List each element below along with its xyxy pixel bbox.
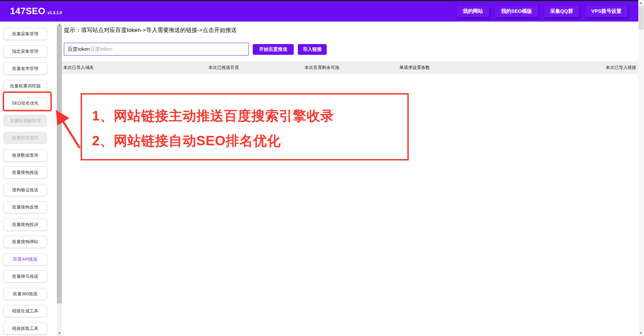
column-header-baidu-remaining: 本次百度剩余可推 [305,62,339,74]
column-header-pushed-baidu: 本次已推送百度 [208,62,239,74]
sidebar-item-sogou-verify-push[interactable]: 搜狗验证推送 [3,184,47,196]
sidebar-item-sogou-feedback[interactable]: 批量搜狗反馈 [3,201,47,213]
brand-version: v1.3.1.0 [47,10,62,15]
annotation-callout-box: 1、网站链接主动推送百度搜索引擎收录 2、网站链接自动SEO排名优化 [81,93,409,160]
sidebar-item-rank-monitor: 批量排名监控 [3,132,47,144]
column-header-per-request: 单请求设置条数 [399,62,430,74]
sidebar-item-batch-publish[interactable]: 批量发布管理 [3,63,47,75]
annotation-line-1: 1、网站链接主动推送百度搜索引擎收录 [92,103,407,128]
brand: 147SEO v1.3.1.0 [10,6,62,16]
nav-qq-group-button[interactable]: 采集QQ群 [544,5,579,17]
app-window: 147SEO v1.3.1.0 我的网站 我的SEO模版 采集QQ群 VPS拨号… [0,0,644,336]
sidebar-highlight-box [3,91,52,111]
nav-my-sites-button[interactable]: 我的网站 [457,5,489,17]
window-scrollbar[interactable] [638,0,644,336]
start-baidu-push-button[interactable]: 开始百度推送 [253,44,294,55]
brand-name: 147SEO [10,6,45,16]
sidebar-item-shenma-push[interactable]: 批量神马推送 [3,270,47,283]
sidebar-item-short-video: 批量短视频管理 [3,115,47,127]
sidebar-list: 批量采集管理 指定采集管理 批量发布管理 批量权重词挖掘 SEO排名优化 批量短… [3,28,47,335]
sidebar-scrollbar[interactable] [57,22,62,336]
nav-vps-dial-button[interactable]: VPS拨号设置 [585,5,628,17]
sidebar-item-weight-keywords[interactable]: 批量权重词挖掘 [3,80,47,92]
annotation-line-2: 2、网站链接自动SEO排名优化 [92,128,407,153]
top-nav: 我的网站 我的SEO模版 采集QQ群 VPS拨号设置 [457,5,628,17]
sidebar-item-360-push[interactable]: 批量360推送 [3,288,47,300]
table-header-row: 本次已导入域名 本次已推送百度 本次百度剩余可推 单请求设置条数 本次已导入链接 [62,62,638,74]
sidebar-item-assigned-collect[interactable]: 指定采集管理 [3,45,47,58]
column-header-imported-links: 本次已导入链接 [606,62,636,74]
column-header-imported-domains: 本次已导入域名 [63,62,94,74]
hint-text: 提示：填写站点对应百度token->导入需要推送的链接->点击开始推送 [64,26,237,34]
scroll-down-icon[interactable] [57,330,62,336]
baidu-token-input[interactable]: 百度token百度token [64,43,249,55]
nav-seo-template-button[interactable]: 我的SEO模版 [495,5,538,17]
main-content: 提示：填写站点对应百度token->导入需要推送的链接->点击开始推送 百度to… [62,22,638,336]
token-input-value: 百度token [68,46,90,52]
sidebar-item-sogou-bind-site[interactable]: 批量搜狗绑站 [3,236,47,248]
header-bar: 147SEO v1.3.1.0 我的网站 我的SEO模版 采集QQ群 VPS拨号… [0,0,638,22]
sidebar-item-link-grabber[interactable]: 链接抓取工具 [3,323,47,335]
sidebar-item-batch-collect[interactable]: 批量采集管理 [3,28,47,40]
sidebar-scrollbar-thumb[interactable] [57,26,62,303]
sidebar-item-baidu-api-push[interactable]: 百度API推送 [3,253,47,265]
sidebar-item-index-query[interactable]: 收录数据查询 [3,149,47,161]
sidebar-item-link-generator[interactable]: 链接生成工具 [3,305,47,317]
sidebar-item-sogou-complaint[interactable]: 批量搜狗投诉 [3,219,47,231]
scroll-down-icon[interactable] [638,330,643,336]
token-input-placeholder: 百度token [90,46,113,52]
sidebar-item-sogou-push[interactable]: 批量搜狗推送 [3,166,47,179]
import-links-button[interactable]: 导入链接 [298,44,327,55]
scroll-up-icon[interactable] [638,0,643,6]
sidebar: 批量采集管理 指定采集管理 批量发布管理 批量权重词挖掘 SEO排名优化 批量短… [0,22,57,336]
window-scrollbar-thumb[interactable] [639,6,644,30]
